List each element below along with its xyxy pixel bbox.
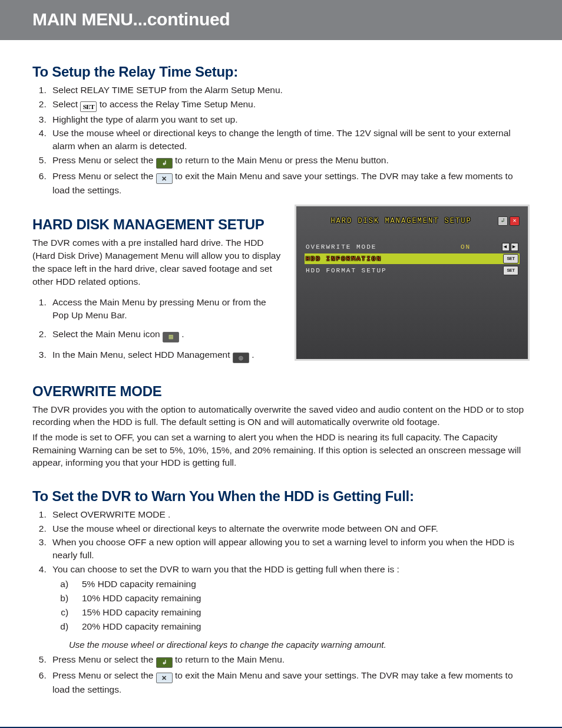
dvr-screenshot: HARD DISK MANAGEMENT SETUP ↲ ✕ OVERWRITE… (295, 205, 530, 361)
step: In the Main Menu, select HDD Management … (49, 348, 282, 363)
step-text: Press Menu or select the (52, 171, 156, 181)
overwrite-para1: The DVR provides you with the option to … (32, 403, 530, 429)
dvr-set-button[interactable]: SET (503, 266, 518, 275)
heading-overwrite-mode: OVERWRITE MODE (32, 383, 530, 400)
step: Select the Main Menu icon ⊞ . (49, 328, 282, 342)
dvr-row-overwrite[interactable]: OVERWRITE MODE ON ◀ ▶ (305, 242, 520, 252)
hdd-steps-list: Access the Main Menu by pressing Menu or… (32, 296, 282, 363)
hdd-management-icon: ◎ (233, 353, 249, 363)
page-header-bar: MAIN MENU...continued (0, 0, 562, 40)
hdd-screenshot-column: HARD DISK MANAGEMENT SETUP ↲ ✕ OVERWRITE… (295, 205, 530, 361)
step: Select RELAY TIME SETUP from the Alarm S… (49, 84, 530, 97)
heading-warn-full: To Set the DVR to Warn You When the HDD … (32, 488, 530, 505)
step-text: to return to the Main Menu. (173, 654, 285, 664)
dvr-row-label: HDD INFORMATION (306, 255, 503, 262)
hdd-section-row: HARD DISK MANAGEMENT SETUP The DVR comes… (32, 205, 530, 371)
capacity-option: 20% HDD capacity remaining (76, 620, 530, 633)
step: Select SET to access the Relay Time Setu… (49, 98, 530, 112)
close-icon: ✕ (156, 173, 173, 184)
step: Access the Main Menu by pressing Menu or… (49, 296, 282, 321)
capacity-options-list: 5% HDD capacity remaining 10% HDD capaci… (52, 578, 530, 633)
overwrite-para2: If the mode is set to OFF, you can set a… (32, 431, 530, 469)
step-text: Select (52, 99, 80, 109)
step-text: to access the Relay Time Setup Menu. (97, 99, 256, 109)
step: You can choose to set the DVR to warn yo… (49, 563, 530, 651)
dvr-left-arrow-icon[interactable]: ◀ (502, 243, 510, 251)
dvr-screen-title: HARD DISK MANAGEMENT SETUP (305, 217, 498, 225)
return-icon: ↲ (156, 158, 173, 169)
step: Use the mouse wheel or directional keys … (49, 522, 530, 535)
step: When you choose OFF a new option will ap… (49, 536, 530, 561)
dvr-row-label: OVERWRITE MODE (306, 243, 461, 251)
dvr-right-arrow-icon[interactable]: ▶ (511, 243, 518, 251)
close-icon: ✕ (156, 673, 173, 683)
step-text: . (249, 350, 254, 360)
hdd-paragraph: The DVR comes with a pre installed hard … (32, 236, 282, 288)
hint-text: Use the mouse wheel or directional keys … (69, 638, 530, 651)
capacity-option: 10% HDD capacity remaining (76, 592, 530, 605)
dvr-title-row: HARD DISK MANAGEMENT SETUP ↲ ✕ (305, 215, 520, 228)
dvr-row-hdd-info[interactable]: HDD INFORMATION SET (305, 253, 520, 264)
heading-relay-setup: To Setup the Relay Time Setup: (32, 64, 530, 80)
step: Use the mouse wheel or directional keys … (49, 127, 530, 152)
dvr-close-icon[interactable]: ✕ (510, 216, 520, 226)
step-text: Press Menu or select the (52, 155, 156, 165)
warn-steps-list: Select OVERWRITE MODE . Use the mouse wh… (32, 508, 530, 696)
dvr-return-icon[interactable]: ↲ (498, 216, 508, 226)
step: Press Menu or select the ✕ to exit the M… (49, 170, 530, 197)
dvr-row-hdd-format[interactable]: HDD FORMAT SETUP SET (305, 265, 520, 276)
page-content: To Setup the Relay Time Setup: Select RE… (0, 40, 562, 716)
step: Press Menu or select the ↲ to return to … (49, 154, 530, 169)
dvr-set-button[interactable]: SET (503, 254, 518, 263)
step-text: Press Menu or select the (52, 670, 156, 680)
return-icon: ↲ (156, 657, 173, 668)
dvr-row-value: ON (461, 243, 502, 251)
step-text: Select the Main Menu icon (52, 329, 163, 339)
manual-page: MAIN MENU...continued To Setup the Relay… (0, 0, 562, 728)
capacity-option: 5% HDD capacity remaining (76, 578, 530, 591)
step-text: You can choose to set the DVR to warn yo… (52, 564, 399, 574)
step-text: In the Main Menu, select HDD Management (52, 350, 233, 360)
step: Press Menu or select the ✕ to exit the M… (49, 669, 530, 696)
step: Select OVERWRITE MODE . (49, 508, 530, 521)
step-text: Press Menu or select the (52, 654, 156, 664)
capacity-option: 15% HDD capacity remaining (76, 606, 530, 619)
step: Highlight the type of alarm you want to … (49, 113, 530, 126)
step-text: . (179, 329, 184, 339)
page-header-title: MAIN MENU...continued (32, 9, 562, 29)
step: Press Menu or select the ↲ to return to … (49, 653, 530, 668)
heading-hdd-management: HARD DISK MANAGEMENT SETUP (32, 216, 282, 233)
main-menu-icon: ⊞ (163, 332, 179, 342)
step-text: to return to the Main Menu or press the … (175, 155, 389, 165)
dvr-row-label: HDD FORMAT SETUP (306, 267, 503, 274)
relay-steps-list: Select RELAY TIME SETUP from the Alarm S… (32, 84, 530, 196)
hdd-text-column: HARD DISK MANAGEMENT SETUP The DVR comes… (32, 205, 282, 371)
set-icon: SET (80, 101, 97, 112)
